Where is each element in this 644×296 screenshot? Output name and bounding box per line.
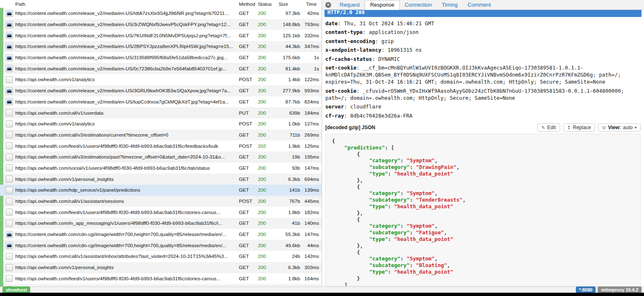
json-line: "subcategory": "DrawingPain", (332, 164, 636, 171)
edit-button[interactable]: ✎Edit (537, 123, 560, 132)
flow-path: https://content.owhealth.com/release_v2/… (15, 66, 239, 72)
response-header-line[interactable]: content-encoding: gzip (325, 38, 641, 45)
tls-indicator (0, 163, 3, 174)
showhost-badge: showhost (2, 286, 30, 293)
flow-row[interactable]: https://api.owhealth.com/call/v3/estimat… (0, 152, 322, 163)
flow-time: 269ms (300, 132, 322, 138)
view-mode-button[interactable]: ⊙View:auto▾ (598, 123, 641, 132)
flow-time: 44ms (300, 243, 322, 248)
document-file-icon (3, 264, 15, 271)
response-header-line[interactable]: content-type: application/json (325, 29, 641, 36)
tls-indicator (0, 185, 3, 196)
flow-row[interactable]: https://api.owhealth.com/feed/v1/users/4… (0, 273, 322, 284)
flow-row[interactable]: https://api.owhealth.com/social/v1/users… (0, 163, 322, 174)
flow-row[interactable]: https://content.owhealth.com/release_v2/… (0, 52, 322, 63)
tls-indicator (0, 273, 3, 284)
tab-comment[interactable]: Comment (463, 0, 496, 10)
tls-indicator (0, 207, 3, 218)
tab-response[interactable]: Response (365, 0, 400, 10)
flow-row[interactable]: https://api.owhealth.com/feed/v1/users/4… (0, 140, 322, 152)
flow-method: GET (239, 154, 258, 160)
close-icon[interactable]: × (325, 2, 331, 8)
flow-size: 81.4kb (277, 66, 300, 72)
flow-row[interactable]: https://content.owhealth.com/release_v2/… (0, 41, 322, 52)
flow-table-body[interactable]: https://content.owhealth.com/release_v2/… (0, 8, 322, 286)
tls-indicator (0, 30, 3, 41)
flow-row[interactable]: https://api.owhealth.com/v1/analyticsPOS… (0, 118, 322, 130)
flow-status: 200 (258, 187, 277, 193)
flow-method: GET (239, 231, 258, 237)
response-header-line[interactable]: server: cloudflare (325, 103, 641, 110)
json-line: "subcategory": "Bloating", (332, 262, 636, 269)
flow-size: 175.6kb (277, 55, 300, 60)
column-header-size[interactable]: Size (277, 1, 300, 7)
flow-status: 200 (258, 33, 277, 39)
flow-status: 200 (258, 176, 277, 182)
json-line: }, (332, 177, 636, 184)
json-line: }, (332, 243, 636, 249)
flow-time: 184ms (300, 110, 322, 116)
flow-time: 164ms (300, 276, 322, 282)
image-file-icon (3, 87, 15, 94)
response-header-line[interactable]: set-cookie: _cfuvid=rO5WmR_YDxIHxWf9Aaso… (325, 87, 641, 101)
flow-size: 1.8kb (277, 276, 300, 282)
flow-status: 200 (258, 110, 277, 116)
document-file-icon (3, 120, 15, 128)
tls-column-header (0, 0, 3, 8)
flow-path: https://api.owhealth.com/call/v3/estimat… (15, 154, 239, 160)
response-header-line[interactable]: cf-ray: 8db4c70428e3d26a-FRA (325, 112, 641, 119)
response-status-line[interactable]: HTTP/2.0 200 (324, 10, 642, 17)
document-file-icon (3, 220, 15, 227)
flow-row[interactable]: https://api.owhealth.com/v1/analyticsPOS… (0, 74, 322, 85)
flow-row[interactable]: https://content.owhealth.com/release_v2/… (0, 85, 322, 96)
flow-row[interactable]: https://content.owhealth.com/release_v2/… (0, 30, 322, 41)
flow-row[interactable]: https://api.owhealth.com/v1/personal_ins… (0, 262, 322, 273)
replace-button[interactable]: ↥Replace (563, 123, 595, 132)
edit-icon: ✎ (541, 125, 545, 130)
json-body[interactable]: { "predictions": [ { "category": "Sympto… (325, 134, 641, 286)
flow-size: 767b (277, 198, 300, 204)
flow-row[interactable]: https://content.owhealth.com/release_v2/… (0, 8, 322, 19)
tls-indicator (0, 107, 3, 118)
tab-request[interactable]: Request (335, 0, 365, 10)
tls-indicator (0, 74, 3, 85)
document-file-icon (3, 187, 15, 194)
tls-indicator (0, 8, 3, 19)
flow-row[interactable]: https://api.owhealth.com/feed/v1/users/4… (0, 207, 322, 218)
json-line: }, (332, 210, 636, 217)
flow-row[interactable]: https://content.owhealth.com/release_v2/… (0, 96, 322, 108)
detail-tab-bar: × Request Response Connection Timing Com… (322, 0, 644, 10)
response-pane[interactable]: HTTP/2.0 200 date: Thu, 31 Oct 2024 15:4… (322, 10, 644, 286)
mitmproxy-web-app: Path Method Status Size Time https://con… (0, 0, 644, 296)
flow-status: 200 (258, 165, 277, 171)
flow-size: 6.3kb (277, 176, 300, 182)
upload-icon: ↥ (567, 125, 571, 130)
flow-row[interactable]: https://content.owhealth.com/cdn-cgi/ima… (0, 229, 322, 240)
flow-row[interactable]: https://api.owhealth.com/call/v1/assista… (0, 196, 322, 207)
flow-status: 200 (258, 77, 277, 82)
flow-row[interactable]: https://api.owhealth.com/call/v3/estimat… (0, 130, 322, 141)
flow-path: https://api.owhealth.com/call/v3/estimat… (15, 132, 239, 138)
tab-timing[interactable]: Timing (437, 0, 463, 10)
flow-row[interactable]: https://api.owhealth.com/in_app_messagin… (0, 218, 322, 229)
flow-row[interactable]: https://api.owhealth.com/call/v1/assista… (0, 251, 322, 262)
flow-row[interactable]: https://content.owhealth.com/release_v2/… (0, 19, 322, 30)
column-header-time[interactable]: Time (300, 1, 322, 7)
response-header-line[interactable]: cf-cache-status: DYNAMIC (325, 55, 641, 63)
image-file-icon (3, 10, 15, 17)
response-header-line[interactable]: x-endpoint-latency: 18961315 ns (325, 46, 641, 53)
tab-connection[interactable]: Connection (400, 0, 437, 10)
response-header-line[interactable]: date: Thu, 31 Oct 2024 15:46:21 GMT (325, 20, 641, 27)
column-header-status[interactable]: Status (258, 1, 277, 7)
flow-row[interactable]: https://api.owhealth.com/hdp_service/v1/… (0, 185, 322, 196)
flow-row[interactable]: https://content.owhealth.com/release_v2/… (0, 63, 322, 74)
flow-time: 147ms (300, 231, 322, 237)
flow-row[interactable]: https://api.owhealth.com/call/v1/userdat… (0, 107, 322, 118)
flow-path: https://api.owhealth.com/social/v1/users… (15, 165, 239, 171)
flow-row[interactable]: https://content.owhealth.com/cdn-cgi/ima… (0, 240, 322, 251)
column-header-method[interactable]: Method (239, 1, 258, 7)
flow-row[interactable]: https://api.owhealth.com/v1/personal_ins… (0, 173, 322, 185)
column-header-path[interactable]: Path (15, 1, 239, 7)
response-header-line[interactable]: set-cookie: __cf_bm=cMnBQYuHlW1wUVI0zBOG… (325, 64, 641, 85)
flow-time: 125ms (300, 143, 322, 149)
